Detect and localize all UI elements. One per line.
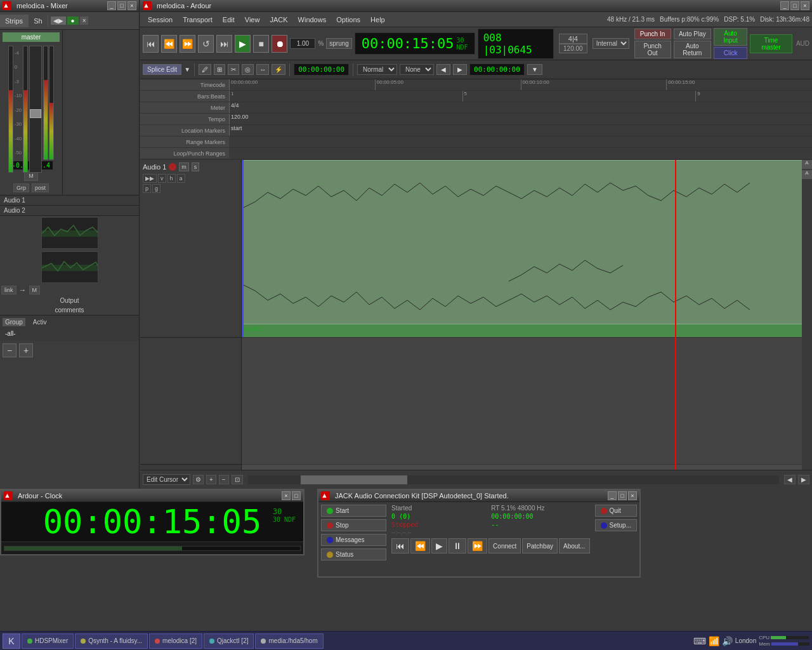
- master-grp-btn[interactable]: Grp: [13, 183, 29, 192]
- start-menu-btn[interactable]: K: [3, 633, 20, 649]
- cursor-settings-btn[interactable]: ⚙: [193, 475, 204, 484]
- clock-close-btn[interactable]: ×: [282, 491, 291, 500]
- fit-btn[interactable]: ⊡: [232, 475, 243, 484]
- master-post-btn[interactable]: post: [32, 183, 49, 192]
- ctrl-ff[interactable]: ▶▶: [143, 174, 157, 183]
- menu-help[interactable]: Help: [365, 15, 390, 25]
- jack-close-btn[interactable]: ×: [628, 491, 637, 500]
- punch-out-btn[interactable]: Punch Out: [634, 41, 671, 58]
- split-tool[interactable]: ⚡: [272, 64, 285, 75]
- nav-left-btn[interactable]: ◀: [436, 64, 450, 75]
- menu-transport[interactable]: Transport: [178, 15, 218, 25]
- btn-stop[interactable]: ■: [253, 35, 269, 53]
- ctrl-a[interactable]: a: [177, 174, 185, 183]
- audio1-rec-btn[interactable]: [169, 163, 176, 171]
- overview-audio2[interactable]: A: [802, 170, 812, 179]
- overview-audio1[interactable]: A: [802, 160, 812, 169]
- btn-loop[interactable]: ↺: [198, 35, 214, 53]
- btn-play[interactable]: ▶: [235, 35, 251, 53]
- menu-session[interactable]: Session: [143, 15, 178, 25]
- jack-stop-btn[interactable]: Stop: [321, 519, 386, 531]
- auto-play-btn[interactable]: Auto Play: [674, 29, 712, 39]
- taskbar-app-qjackctl[interactable]: Qjackctl [2]: [204, 633, 254, 649]
- jack-nav-start[interactable]: ⏮: [391, 538, 409, 554]
- jack-nav-pause[interactable]: ⏸: [449, 538, 466, 554]
- cursor-select[interactable]: Edit Cursor: [143, 474, 190, 485]
- scroll-left-btn[interactable]: ◀: [784, 475, 796, 484]
- auto-return-btn[interactable]: Auto Return: [674, 41, 712, 58]
- btn-rewind[interactable]: ⏪: [161, 35, 177, 53]
- jack-nav-play[interactable]: ▶: [431, 538, 447, 554]
- zoom-in-btn[interactable]: +: [206, 475, 216, 484]
- master-name-btn[interactable]: master: [3, 32, 60, 42]
- ardour-min-btn[interactable]: _: [780, 1, 789, 10]
- auto-input-btn[interactable]: Auto Input: [714, 28, 747, 46]
- splice-edit-btn[interactable]: Splice Edit: [143, 64, 181, 75]
- arrow-btn[interactable]: →: [19, 286, 27, 295]
- group-tab[interactable]: Group: [3, 318, 25, 326]
- jack-status-btn[interactable]: Status: [321, 548, 386, 560]
- click-btn[interactable]: Click: [714, 47, 747, 59]
- rate-input[interactable]: [290, 38, 315, 49]
- zoom-out-btn[interactable]: −: [219, 475, 229, 484]
- master-fader[interactable]: [29, 46, 42, 173]
- audio-region[interactable]: [242, 160, 812, 324]
- btn-to-start[interactable]: ⏮: [143, 35, 159, 53]
- mixer-close-btn[interactable]: ×: [128, 1, 136, 10]
- menu-options[interactable]: Options: [331, 15, 365, 25]
- jack-about-btn[interactable]: About...: [559, 538, 589, 554]
- activ-tab[interactable]: Activ: [30, 318, 49, 326]
- punch-in-btn[interactable]: Punch In: [634, 29, 671, 39]
- menu-jack[interactable]: JACK: [265, 15, 292, 25]
- jack-messages-btn[interactable]: Messages: [321, 534, 386, 546]
- mixer-x-btn[interactable]: ×: [80, 17, 89, 25]
- link-btn[interactable]: link: [1, 286, 16, 295]
- taskbar-app-melodica[interactable]: melodica [2]: [149, 633, 202, 649]
- ctrl-g[interactable]: g: [152, 184, 160, 193]
- jack-start-btn[interactable]: Start: [321, 505, 386, 517]
- jack-nav-ff[interactable]: ⏩: [468, 538, 487, 554]
- sync-select[interactable]: Internal: [593, 38, 629, 49]
- zoom-tool[interactable]: ◎: [242, 64, 254, 75]
- jack-connect-btn[interactable]: Connect: [488, 538, 521, 554]
- audio1-mute-btn[interactable]: m: [179, 162, 189, 171]
- mixer-min-btn[interactable]: _: [107, 1, 116, 10]
- add-btn[interactable]: −: [3, 343, 16, 357]
- trim-tool[interactable]: ✂: [228, 64, 239, 75]
- cursor-tool[interactable]: 🖉: [199, 64, 211, 75]
- taskbar-app-media[interactable]: media:/hda5/hom: [255, 633, 323, 649]
- audio1-solo-btn[interactable]: s: [192, 162, 200, 171]
- scroll-right-btn[interactable]: ▶: [798, 475, 809, 484]
- jack-quit-btn[interactable]: Quit: [595, 505, 637, 517]
- sprung-btn[interactable]: sprung: [326, 38, 352, 49]
- menu-windows[interactable]: Windows: [293, 15, 332, 25]
- mixer-active-btn[interactable]: ●: [67, 17, 79, 25]
- btn-record[interactable]: ⏺: [272, 35, 287, 53]
- jack-nav-back[interactable]: ⏪: [410, 538, 430, 554]
- snap-select[interactable]: None: [400, 64, 434, 75]
- jack-setup-btn[interactable]: Setup...: [595, 519, 637, 531]
- nav-right-btn[interactable]: ▶: [453, 64, 467, 75]
- sh-tab[interactable]: Sh: [29, 15, 48, 27]
- splice-dropdown[interactable]: ▼: [184, 66, 190, 73]
- jack-max-btn[interactable]: □: [618, 491, 627, 500]
- remove-btn[interactable]: +: [19, 343, 33, 357]
- jack-patchbay-btn[interactable]: Patchbay: [522, 538, 558, 554]
- range-tool[interactable]: ↔: [256, 64, 269, 75]
- ardour-max-btn[interactable]: □: [790, 1, 799, 10]
- taskbar-app-qsynth[interactable]: Qsynth - A fluidsy...: [75, 633, 148, 649]
- select-tool[interactable]: ⊞: [214, 64, 225, 75]
- menu-view[interactable]: View: [240, 15, 265, 25]
- clock-max-btn[interactable]: □: [292, 491, 301, 500]
- menu-edit[interactable]: Edit: [218, 15, 240, 25]
- mixer-max-btn[interactable]: □: [117, 1, 126, 10]
- timecode-dropdown[interactable]: ▼: [527, 64, 542, 75]
- time-master-btn[interactable]: Time master: [750, 34, 792, 53]
- btn-loop2[interactable]: ⏭: [216, 35, 232, 53]
- ardour-close-btn[interactable]: ×: [801, 1, 809, 10]
- h-scrollbar[interactable]: [248, 475, 779, 484]
- taskbar-app-hdspmixer[interactable]: HDSPMixer: [22, 633, 74, 649]
- ctrl-h[interactable]: h: [167, 174, 176, 183]
- m-link-btn[interactable]: M: [29, 286, 41, 295]
- strips-tab[interactable]: Strips: [0, 15, 29, 27]
